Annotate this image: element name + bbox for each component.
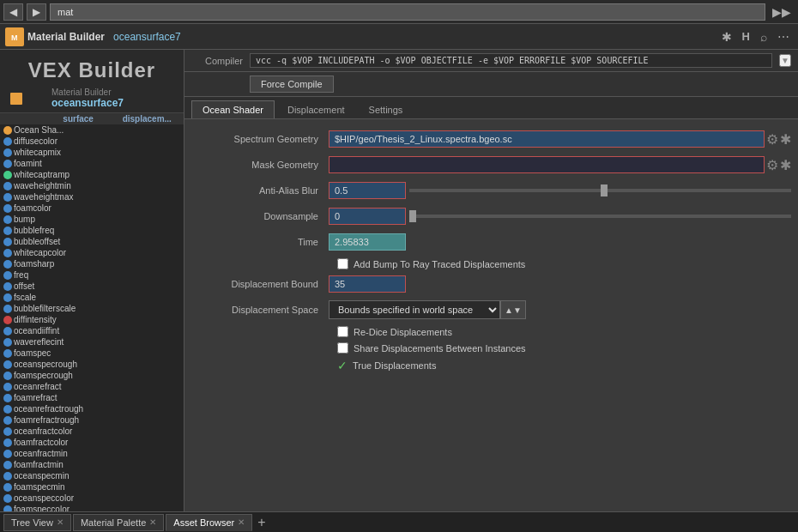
- re-dice-checkbox[interactable]: [337, 326, 348, 337]
- time-input[interactable]: [329, 233, 406, 251]
- h-icon-btn[interactable]: H: [739, 28, 753, 45]
- tree-item[interactable]: foamfractcolor: [0, 437, 184, 448]
- tree-item[interactable]: waveheightmin: [0, 180, 184, 191]
- btab-material-palette-close[interactable]: ✕: [149, 517, 156, 527]
- tree-dot: [3, 416, 12, 425]
- tree-item[interactable]: whitecapcolor: [0, 247, 184, 258]
- tree-item[interactable]: whitecaptramp: [0, 169, 184, 180]
- node-icon: [10, 93, 22, 105]
- tree-item[interactable]: oceanrefractrough: [0, 403, 184, 414]
- more-icon-btn[interactable]: ⋯: [774, 28, 793, 45]
- tree-item[interactable]: fscale: [0, 292, 184, 303]
- btab-asset-browser[interactable]: Asset Browser ✕: [166, 514, 252, 531]
- tree-item[interactable]: foamspecrough: [0, 370, 184, 381]
- tree-dot: [3, 171, 12, 179]
- anti-alias-blur-row: Anti-Alias Blur: [191, 181, 791, 200]
- tree-item[interactable]: oceanrefract: [0, 381, 184, 392]
- share-displacements-checkbox[interactable]: [337, 342, 348, 354]
- displacement-space-arrow[interactable]: ▲▼: [500, 300, 526, 319]
- compiler-dropdown-btn[interactable]: ▼: [779, 54, 791, 67]
- back-button[interactable]: ◀: [3, 3, 23, 21]
- tree-dot: [3, 305, 12, 313]
- tree-dot: [3, 383, 12, 391]
- spectrum-geometry-label: Spectrum Geometry: [191, 134, 329, 144]
- anti-alias-blur-label: Anti-Alias Blur: [191, 185, 329, 196]
- tree-item[interactable]: diffusecolor: [0, 136, 184, 147]
- left-header: VEX Builder Material Builder oceansurfac…: [0, 50, 184, 113]
- tree-item[interactable]: bubblefreq: [0, 225, 184, 236]
- sparkle-icon-btn[interactable]: ✱: [718, 28, 735, 45]
- tree-item[interactable]: bubbleoffset: [0, 236, 184, 247]
- btab-add-button[interactable]: +: [254, 515, 269, 530]
- tree-area[interactable]: surface displacem... Ocean Sha... diffus…: [0, 113, 184, 511]
- toolbar2-icons: ✱ H ⌕ ⋯: [718, 28, 793, 45]
- tree-item[interactable]: foamrefractrough: [0, 414, 184, 426]
- forward-button[interactable]: ▶: [27, 3, 46, 21]
- tree-item[interactable]: whitecapmix: [0, 147, 184, 158]
- tree-item[interactable]: oceandiiffint: [0, 325, 184, 336]
- tree-dot: [3, 327, 12, 336]
- path-input[interactable]: [50, 3, 765, 21]
- spectrum-geometry-input[interactable]: [329, 130, 765, 148]
- tree-item[interactable]: diffintensity: [0, 314, 184, 325]
- tree-item[interactable]: foamspecmin: [0, 481, 184, 493]
- tree-item[interactable]: oceanspecrough: [0, 359, 184, 370]
- add-bump-checkbox[interactable]: [337, 258, 348, 269]
- btab-material-palette[interactable]: Material Palette ✕: [73, 514, 164, 531]
- tab-settings[interactable]: Settings: [358, 100, 414, 118]
- mask-geo-icon1[interactable]: ⚙: [766, 157, 778, 173]
- tab-ocean-shader[interactable]: Ocean Shader: [191, 100, 275, 118]
- displacement-bound-input[interactable]: [329, 275, 406, 293]
- expand-button[interactable]: ▶▶: [769, 3, 795, 21]
- tree-item[interactable]: foamcolor: [0, 203, 184, 214]
- tree-item[interactable]: oceanfractcolor: [0, 426, 184, 437]
- tab-displacement[interactable]: Displacement: [276, 100, 356, 118]
- tree-item[interactable]: offset: [0, 281, 184, 292]
- right-panel: Compiler ▼ Force Compile Ocean Shader Di…: [184, 50, 798, 511]
- tree-item[interactable]: freq: [0, 269, 184, 281]
- tree-item[interactable]: foamfractmin: [0, 459, 184, 470]
- anti-alias-blur-input[interactable]: [329, 182, 406, 199]
- search-icon-btn[interactable]: ⌕: [757, 28, 771, 45]
- anti-alias-blur-slider[interactable]: [409, 189, 791, 192]
- btab-asset-browser-close[interactable]: ✕: [238, 517, 245, 527]
- compiler-input[interactable]: [250, 53, 772, 68]
- btab-tree-view[interactable]: Tree View ✕: [3, 514, 71, 531]
- force-compile-button[interactable]: Force Compile: [250, 76, 334, 93]
- tree-items-container: Ocean Sha... diffusecolor whitecapmix fo…: [0, 124, 184, 511]
- tree-item[interactable]: Ocean Sha...: [0, 124, 184, 136]
- tree-item[interactable]: foamint: [0, 158, 184, 169]
- downsample-row: Downsample: [191, 207, 791, 226]
- spectrum-geometry-row: Spectrum Geometry ⚙ ✱: [191, 130, 791, 148]
- downsample-input[interactable]: [329, 208, 406, 225]
- mask-geo-icon2[interactable]: ✱: [780, 157, 791, 173]
- tree-dot: [3, 293, 12, 302]
- tree-item[interactable]: bubblefilterscale: [0, 303, 184, 314]
- mask-geometry-input[interactable]: [329, 156, 765, 173]
- tree-item[interactable]: bump: [0, 214, 184, 225]
- tree-item[interactable]: foamrefract: [0, 392, 184, 403]
- tree-dot: [3, 137, 12, 146]
- spectrum-geo-icon2[interactable]: ✱: [780, 131, 791, 148]
- tree-item[interactable]: wavereflecint: [0, 336, 184, 348]
- displacement-space-row: Displacement Space Bounds specified in w…: [191, 300, 791, 319]
- mask-geometry-label: Mask Geometry: [191, 160, 329, 170]
- tree-dot: [3, 227, 12, 235]
- btab-tree-view-close[interactable]: ✕: [57, 517, 63, 527]
- tree-item[interactable]: foamsharp: [0, 258, 184, 269]
- tree-dot: [3, 360, 12, 369]
- tree-item[interactable]: foamspeccolor: [0, 504, 184, 511]
- tree-item[interactable]: oceanspeccolor: [0, 493, 184, 504]
- left-subheader: Material Builder oceansurface7: [3, 86, 180, 109]
- tree-dot: [3, 238, 12, 246]
- tree-item[interactable]: oceanfractmin: [0, 448, 184, 459]
- spectrum-geo-icon1[interactable]: ⚙: [766, 131, 778, 148]
- tree-dot: [3, 282, 12, 291]
- displacement-space-select[interactable]: Bounds specified in world space Bounds s…: [329, 300, 500, 319]
- tree-item[interactable]: foamspec: [0, 348, 184, 359]
- tree-item[interactable]: waveheightmax: [0, 191, 184, 203]
- tree-dot: [3, 405, 12, 414]
- tree-item[interactable]: oceanspecmin: [0, 470, 184, 481]
- downsample-slider[interactable]: [409, 215, 791, 218]
- add-bump-label: Add Bump To Ray Traced Displacements: [354, 259, 525, 269]
